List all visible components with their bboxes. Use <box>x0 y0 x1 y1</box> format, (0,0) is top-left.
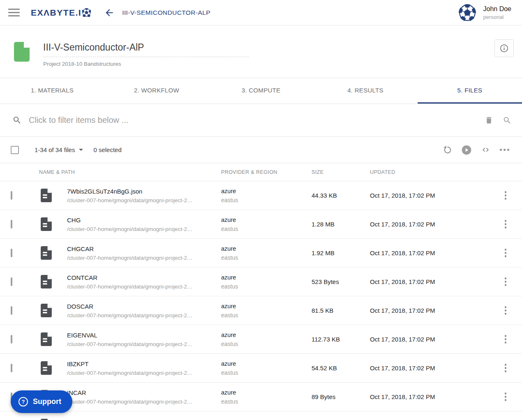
more-actions-button[interactable] <box>498 144 510 156</box>
file-path: /cluster-007-home/gmogni/data/gmogni-pro… <box>67 341 221 347</box>
user-menu[interactable]: John Doe personal <box>459 4 512 21</box>
files-range-dropdown[interactable]: 1-34 of 34 files <box>35 146 83 153</box>
table-row: DOSCAR /cluster-007-home/gmogni/data/gmo… <box>0 296 522 325</box>
tab-2-workflow[interactable]: 2. WORKFLOW <box>104 78 209 104</box>
file-size: 523 Bytes <box>312 278 370 285</box>
row-more-icon[interactable] <box>503 391 508 403</box>
file-size: 1.92 MB <box>312 249 370 256</box>
project-title[interactable]: III-V-Semiconductor-AlP <box>43 42 249 57</box>
menu-icon[interactable] <box>8 9 20 16</box>
info-button[interactable] <box>494 39 514 57</box>
file-provider: azure <box>221 332 312 338</box>
col-size: SIZE <box>312 169 370 175</box>
trash-icon <box>485 116 493 125</box>
project-subtitle: Project 2018-10 Bandstructures <box>43 61 249 67</box>
file-name[interactable]: INCAR <box>67 389 221 396</box>
file-name[interactable]: 7Wbis2GLSuTz4nBgG.json <box>67 188 221 195</box>
file-icon <box>41 217 52 231</box>
row-more-icon[interactable] <box>503 305 508 316</box>
tab-5-files[interactable]: 5. FILES <box>418 78 522 104</box>
clear-filter-button[interactable] <box>483 114 495 127</box>
file-rows: 7Wbis2GLSuTz4nBgG.json /cluster-007-home… <box>0 181 522 420</box>
row-checkbox[interactable] <box>11 364 12 372</box>
row-checkbox[interactable] <box>11 306 12 315</box>
row-checkbox[interactable] <box>11 249 12 257</box>
row-more-icon[interactable] <box>503 362 508 374</box>
row-more-icon[interactable] <box>503 189 508 201</box>
refresh-icon <box>443 145 453 155</box>
table-row: CONTCAR /cluster-007-home/gmogni/data/gm… <box>0 268 522 296</box>
row-more-icon[interactable] <box>503 276 508 288</box>
file-updated: Oct 17, 2018, 17:02 PM <box>370 192 489 199</box>
file-path: /cluster-007-home/gmogni/data/gmogni-pro… <box>67 255 221 261</box>
file-icon <box>41 275 52 288</box>
user-name: John Doe <box>483 5 512 13</box>
user-account-type: personal <box>483 14 512 20</box>
file-name[interactable]: CHG <box>67 217 221 224</box>
search-icon <box>503 116 512 125</box>
row-more-icon[interactable] <box>503 218 508 230</box>
file-name[interactable]: CONTCAR <box>67 274 221 281</box>
run-button[interactable] <box>460 144 473 156</box>
file-size: 112.73 KB <box>312 336 370 343</box>
support-button[interactable]: ? Support <box>11 390 72 413</box>
table-row: CHG /cluster-007-home/gmogni/data/gmogni… <box>0 210 522 239</box>
tab-4-results[interactable]: 4. RESULTS <box>313 78 418 104</box>
select-all-checkbox[interactable] <box>11 146 19 154</box>
row-more-icon[interactable] <box>503 247 508 259</box>
more-horiz-icon <box>500 149 509 151</box>
back-arrow-icon[interactable] <box>104 7 115 18</box>
row-checkbox[interactable] <box>11 220 12 228</box>
file-updated: Oct 17, 2018, 17:02 PM <box>370 307 489 314</box>
file-icon <box>41 361 52 375</box>
row-checkbox[interactable] <box>11 191 12 200</box>
play-circle-icon <box>461 145 472 155</box>
file-icon <box>41 332 52 346</box>
col-updated: UPDATED <box>370 169 489 175</box>
logo-text: EXΛBYTE.I <box>31 8 81 18</box>
file-updated: Oct 17, 2018, 17:02 PM <box>370 278 489 285</box>
project-file-icon <box>14 42 30 62</box>
file-name[interactable]: IBZKPT <box>67 360 221 367</box>
file-name[interactable]: CHGCAR <box>67 245 221 252</box>
exabyte-logo[interactable]: EXΛBYTE.I <box>31 8 91 18</box>
file-path: /cluster-007-home/gmogni/data/gmogni-pro… <box>67 284 221 290</box>
tab-1-materials[interactable]: 1. MATERIALS <box>0 78 104 104</box>
logo-ball-icon <box>82 8 91 17</box>
support-label: Support <box>33 397 61 406</box>
help-icon: ? <box>18 397 28 406</box>
file-name[interactable]: EIGENVAL <box>67 332 221 339</box>
filter-bar <box>0 104 522 137</box>
table-row: 7Wbis2GLSuTz4nBgG.json /cluster-007-home… <box>0 181 522 210</box>
table-header: NAME & PATH PROVIDER & REGION SIZE UPDAT… <box>0 163 522 181</box>
row-checkbox[interactable] <box>11 277 12 286</box>
file-size: 89 Bytes <box>312 393 370 400</box>
file-region: eastus <box>221 254 312 261</box>
app-root: EXΛBYTE.I III-V-SEMICONDUCTOR-ALP John D… <box>0 0 522 420</box>
code-icon <box>481 145 490 155</box>
file-provider: azure <box>221 389 312 396</box>
file-icon <box>41 189 52 202</box>
file-name[interactable]: DOSCAR <box>67 303 221 310</box>
search-button[interactable] <box>501 114 513 127</box>
file-size: 1.28 MB <box>312 221 370 228</box>
row-checkbox[interactable] <box>11 335 12 344</box>
top-app-bar: EXΛBYTE.I III-V-SEMICONDUCTOR-ALP John D… <box>0 0 522 25</box>
file-updated: Oct 17, 2018, 17:02 PM <box>370 221 489 228</box>
file-provider: azure <box>221 217 312 223</box>
file-provider: azure <box>221 188 312 194</box>
tabs: 1. MATERIALS2. WORKFLOW3. COMPUTE4. RESU… <box>0 78 522 104</box>
file-size: 44.33 KB <box>312 192 370 199</box>
tab-3-compute[interactable]: 3. COMPUTE <box>209 78 313 104</box>
file-region: eastus <box>221 226 312 232</box>
code-view-button[interactable] <box>479 144 492 156</box>
filter-input[interactable] <box>29 115 483 125</box>
col-provider-region: PROVIDER & REGION <box>221 169 312 175</box>
file-updated: Oct 17, 2018, 17:02 PM <box>370 336 489 343</box>
row-more-icon[interactable] <box>503 333 508 345</box>
file-provider: azure <box>221 303 312 309</box>
refresh-button[interactable] <box>441 144 454 156</box>
table-row: IBZKPT /cluster-007-home/gmogni/data/gmo… <box>0 354 522 383</box>
col-name-path: NAME & PATH <box>33 169 221 175</box>
file-updated: Oct 17, 2018, 17:02 PM <box>370 249 489 256</box>
